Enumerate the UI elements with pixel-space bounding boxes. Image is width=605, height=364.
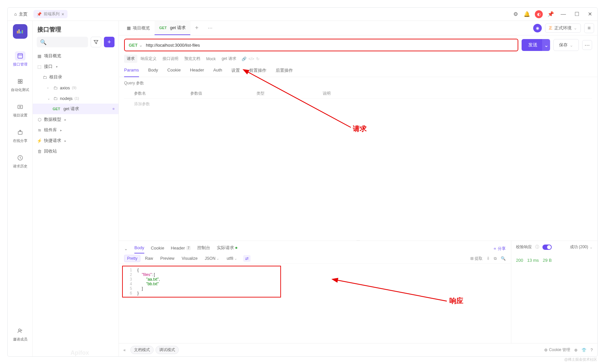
collapse-panel-icon[interactable]: « [123,348,126,352]
more-button[interactable]: ⋯ [582,40,592,50]
tab-label: 前端系列 [44,11,60,17]
subtab-mock[interactable]: Mock [204,55,218,63]
maximize-icon[interactable]: ☐ [573,11,581,17]
reqtab-prescript[interactable]: 前置操作 [249,66,266,77]
collapse-icon[interactable]: ⌄ [124,246,128,251]
rail-api-manage[interactable]: 接口管理 [10,49,30,69]
tree-component[interactable]: ≋组件库▸ [33,125,118,135]
env-select[interactable]: 正正式环境⌄ [545,23,581,33]
send-dropdown[interactable]: ⌄ [542,39,550,51]
rail-history[interactable]: 请求历史 [10,151,30,171]
reqtab-auth[interactable]: Auth [213,66,222,77]
filter-button[interactable] [91,37,101,47]
extract-button[interactable]: ⊞提取 [470,256,483,261]
fmt-json[interactable]: JSON⌄ [202,255,222,262]
help-icon[interactable]: ? [590,348,593,352]
tree-interface[interactable]: ⬚接口▾ [33,61,118,72]
rail-share[interactable]: 在线分享 [10,126,30,145]
tab-more[interactable]: ⋯ [203,25,217,31]
fmt-utf8[interactable]: utf8⌄ [224,255,240,262]
method-select[interactable]: GET⌄ [129,43,143,48]
pin-window-icon[interactable]: 📌 [547,11,554,18]
resptab-actual[interactable]: 实际请求 [217,244,237,253]
reqtab-postscript[interactable]: 后置操作 [276,66,293,77]
rail-label: 自动化测试 [11,87,29,92]
add-button[interactable]: + [104,37,115,47]
tab-overview[interactable]: ▦项目概览 [122,21,155,35]
target-icon[interactable]: ⊕ [574,348,578,352]
minimize-icon[interactable]: — [559,11,568,17]
settings-icon[interactable]: ⚙ [512,11,519,18]
copy-icon[interactable]: ⧉ [494,256,497,261]
verify-toggle[interactable] [542,245,552,250]
subtab-preview-doc[interactable]: 预览文档 [182,55,203,63]
hamburger-button[interactable]: ≡ [584,23,594,33]
open-tab[interactable]: 📌 前端系列 × [33,10,68,18]
subtab-desc[interactable]: 接口说明 [160,55,181,63]
reqtab-params[interactable]: Params [124,66,139,77]
resptab-console[interactable]: 控制台 [197,244,210,253]
url-input[interactable]: http://localhost:3000/list-files [146,43,200,48]
close-icon[interactable]: × [62,12,64,17]
fmt-pretty[interactable]: Pretty [124,255,140,262]
rail-invite[interactable]: 邀请成员 [10,324,30,344]
save-button[interactable]: 保存⌄ [553,39,579,51]
tree-recycle[interactable]: 🗑回收站 [33,146,118,157]
tree-get-request[interactable]: GETget 请求 [33,104,118,114]
tab-get-request[interactable]: GETget 请求 [155,21,190,35]
invite-icon [15,326,25,336]
link-icon[interactable]: 🔗 [242,57,247,61]
reqtab-header[interactable]: Header [190,66,204,77]
success-select[interactable]: 成功 (200)⌄ [570,244,593,250]
chevron-down-icon: ⌄ [234,256,237,261]
resptab-body[interactable]: Body [134,244,144,253]
fmt-raw[interactable]: Raw [142,255,156,262]
bell-icon[interactable]: 🔔 [524,11,530,18]
tree-overview[interactable]: ▦项目概览 [33,51,118,61]
avatar[interactable]: ◐ [535,10,543,18]
tree-nodejs[interactable]: ⌄🗀nodejs (1) [33,93,118,104]
share-link[interactable]: ∝分享 [493,246,506,251]
code-icon[interactable]: </> [249,57,254,61]
send-button[interactable]: 发送 [522,39,544,51]
home-button[interactable]: ⌂ 主页 [11,10,31,19]
run-button[interactable]: ◉ [533,24,542,32]
shirt-icon[interactable]: 👕 [582,348,586,352]
tree-root-dir[interactable]: 🗀根目录 [33,72,118,82]
svg-rect-6 [18,79,20,81]
subtab-get-req[interactable]: get 请求 [219,55,239,63]
app-logo[interactable] [13,24,27,39]
reqtab-settings[interactable]: 设置 [231,66,240,77]
titlebar: ⌂ 主页 📌 前端系列 × ⚙ 🔔 ◐ 📌 — ☐ ✕ [8,8,597,21]
tree-axios[interactable]: ›🗀axios (9) [33,82,118,93]
tree-data-model[interactable]: ⬡数据模型▸ [33,114,118,125]
fmt-preview[interactable]: Preview [158,255,177,262]
download-icon[interactable]: ⇩ [487,256,490,261]
rail-project-settings[interactable]: 项目设置 [10,100,30,120]
wrap-toggle[interactable]: ⇄ [243,255,251,262]
resptab-cookie[interactable]: Cookie [151,244,164,253]
reqtab-cookie[interactable]: Cookie [167,66,180,77]
tab-add[interactable]: + [190,24,203,31]
info-icon[interactable]: ⓘ [535,244,539,250]
svg-rect-9 [21,82,22,83]
cookie-manage[interactable]: ⚙Cookie 管理 [544,347,571,353]
add-param-row[interactable]: 添加参数 [124,99,592,110]
cube-icon: ⬚ [37,64,42,69]
reqtab-body[interactable]: Body [148,66,158,77]
subtab-response-def[interactable]: 响应定义 [138,55,159,63]
rail-automation[interactable]: 自动化测试 [10,75,30,94]
resptab-header[interactable]: Header7 [171,244,191,253]
tree-quick-req[interactable]: ⚡快捷请求▸ [33,135,118,146]
refresh-icon[interactable]: ↻ [256,57,259,61]
fmt-visualize[interactable]: Visualize [179,255,200,262]
doc-mode-button[interactable]: 文档模式 [130,346,154,354]
debug-mode-button[interactable]: 调试模式 [156,346,179,354]
search-icon[interactable]: 🔍 [501,256,506,261]
close-window-icon[interactable]: ✕ [586,11,594,17]
share-icon [15,128,25,137]
subtab-request[interactable]: 请求 [124,55,137,63]
pin-icon: 📌 [37,12,42,17]
search-input[interactable]: 🔍 [37,37,88,47]
rail-label: 接口管理 [13,62,27,67]
